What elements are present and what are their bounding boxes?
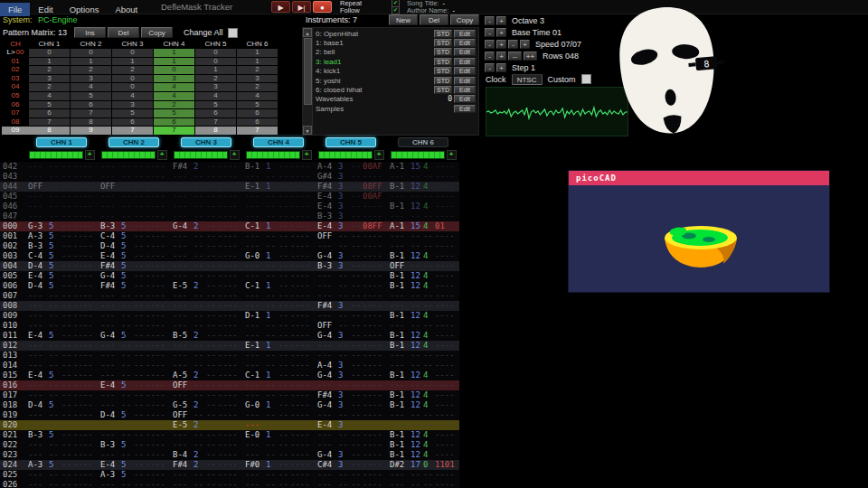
editor-cell[interactable]: ----------- [242, 480, 315, 488]
editor-cell[interactable]: ----------- [387, 361, 459, 371]
editor-cell[interactable]: F#01------ [242, 460, 315, 470]
matrix-row-09[interactable]: 09897787 [2, 127, 278, 135]
editor-cell[interactable]: B-35------ [98, 440, 170, 450]
editor-cell[interactable]: ----------- [242, 301, 315, 311]
editor-row-043[interactable]: 043-------------------------------------… [0, 172, 459, 182]
editor-cell[interactable]: ----------- [315, 480, 387, 488]
matrix-cell[interactable]: 5 [195, 101, 236, 109]
editor-cell[interactable]: E-45------ [98, 460, 170, 470]
editor-cell[interactable]: C-45------ [98, 231, 170, 241]
editor-row-018[interactable]: 018D-45-----------------G-52------G-01--… [0, 400, 459, 410]
editor-cell[interactable]: ----------- [170, 211, 242, 221]
editor-cell[interactable]: E-45------ [98, 380, 170, 390]
matrix-cell[interactable]: 4 [112, 92, 153, 100]
editor-cell[interactable]: B-1124---- [387, 311, 459, 321]
editor-cell[interactable]: ----------- [315, 311, 387, 321]
editor-cell[interactable]: ----------- [25, 311, 98, 321]
editor-cell[interactable]: ----------- [170, 480, 242, 488]
editor-cell[interactable]: ----------- [98, 211, 170, 221]
matrix-cell[interactable]: 0 [112, 75, 153, 83]
editor-cell[interactable]: ----------- [170, 301, 242, 311]
editor-cell[interactable]: ----------- [25, 351, 98, 361]
editor-cell[interactable]: ----------- [170, 311, 242, 321]
editor-cell[interactable]: D-45------ [98, 241, 170, 251]
editor-cell[interactable]: ----------- [170, 341, 242, 351]
editor-cell[interactable]: ----------- [315, 430, 387, 440]
editor-cell[interactable]: ----------- [25, 202, 98, 211]
editor-row-046[interactable]: 046-------------------------------------… [0, 202, 459, 211]
increase-button[interactable]: + [520, 40, 530, 49]
picocad-window[interactable]: picoCAD [568, 170, 830, 293]
editor-cell[interactable]: ----------- [387, 380, 459, 390]
matrix-cell[interactable]: 1 [154, 58, 194, 66]
matrix-row-07[interactable]: 07675566 [2, 109, 278, 117]
menu-item-about[interactable]: About [107, 3, 146, 16]
matrix-cell[interactable]: 1 [154, 49, 194, 57]
editor-cell[interactable]: ----------- [170, 241, 242, 251]
matrix-row-08[interactable]: 08786676 [2, 118, 278, 127]
custom-checkbox[interactable] [581, 74, 591, 84]
editor-cell[interactable]: ----------- [25, 450, 98, 460]
editor-row-023[interactable]: 023----------------------B-42-----------… [0, 450, 459, 460]
editor-cell[interactable]: A-35------ [25, 460, 98, 470]
editor-cell[interactable]: B-1124---- [387, 331, 459, 341]
editor-row-045[interactable]: 045-------------------------------------… [0, 192, 459, 202]
editor-row-003[interactable]: 003C-45------E-45-----------------G-01--… [0, 251, 459, 261]
editor-cell[interactable]: G-45------ [98, 271, 170, 281]
instrument-edit-button[interactable]: Edit [454, 39, 476, 47]
editor-cell[interactable]: ----------- [98, 450, 170, 460]
matrix-cell[interactable]: 7 [112, 127, 153, 135]
matrix-cell[interactable]: 0 [71, 49, 111, 57]
matrix-cell[interactable]: 2 [154, 101, 194, 109]
decrease-button[interactable]: - [485, 63, 495, 72]
matrix-cell[interactable]: 6 [29, 109, 70, 117]
editor-cell[interactable]: ----------- [98, 430, 170, 440]
matrix-cell[interactable]: 3 [71, 75, 111, 83]
matrix-cell[interactable]: 0 [29, 49, 70, 57]
instrument-edit-button[interactable]: Edit [454, 105, 476, 113]
editor-cell[interactable]: A-35------ [25, 231, 98, 241]
editor-cell[interactable]: ----------- [242, 351, 315, 361]
editor-cell[interactable]: OFF-------- [25, 182, 98, 192]
channel-button-1[interactable]: CHN 1 [36, 137, 87, 147]
matrix-cell[interactable]: 8 [29, 127, 70, 135]
editor-cell[interactable]: F#42------ [170, 162, 242, 172]
editor-cell[interactable]: ----------- [170, 291, 242, 301]
editor-cell[interactable]: G-35------ [25, 221, 98, 231]
editor-cell[interactable]: ----------- [315, 470, 387, 480]
editor-cell[interactable]: D-11------ [242, 311, 315, 321]
editor-row-000[interactable]: 000G-35------B-35------G-42------C-11---… [0, 221, 459, 231]
editor-row-047[interactable]: 047-------------------------------------… [0, 211, 459, 221]
instrument-edit-button[interactable]: Edit [454, 67, 476, 75]
editor-cell[interactable]: ----------- [170, 440, 242, 450]
editor-cell[interactable]: ----------- [170, 470, 242, 480]
instrument-edit-button[interactable]: Edit [454, 30, 476, 38]
editor-row-011[interactable]: 011E-45------G-45------B-52-------------… [0, 331, 459, 341]
matrix-copy-button[interactable]: Copy [141, 27, 173, 38]
matrix-cell[interactable]: 5 [112, 109, 153, 117]
decrease-button[interactable]: -- [508, 52, 522, 61]
editor-cell[interactable]: G-42------ [170, 221, 242, 231]
matrix-cell[interactable]: 2 [237, 66, 278, 74]
editor-cell[interactable]: ----------- [98, 361, 170, 371]
instrument-type-button[interactable]: STD [434, 77, 452, 85]
matrix-cell[interactable]: 3 [29, 75, 70, 83]
editor-cell[interactable]: ----------- [242, 390, 315, 400]
channel-expand-button[interactable]: + [302, 150, 312, 160]
matrix-cell[interactable]: 5 [71, 92, 111, 100]
matrix-cell[interactable]: 4 [237, 92, 278, 100]
instrument-type-button[interactable]: STD [434, 58, 452, 66]
editor-cell[interactable]: F#43--08FF [315, 182, 387, 192]
instrument-row[interactable]: 4: kick1STDEdit [313, 67, 477, 76]
editor-row-012[interactable]: 012---------------------------------E-11… [0, 341, 459, 351]
play-button[interactable]: ▶ [271, 1, 290, 13]
instrument-row[interactable]: 2: bellSTDEdit [313, 48, 477, 57]
editor-row-019[interactable]: 019-----------D-45------OFF-------------… [0, 410, 459, 420]
editor-cell[interactable]: ----------- [315, 281, 387, 291]
matrix-cell[interactable]: 0 [195, 58, 236, 66]
editor-cell[interactable]: ----------- [242, 410, 315, 420]
instrument-type-button[interactable]: STD [434, 48, 452, 56]
matrix-cell[interactable]: 5 [29, 101, 70, 109]
matrix-cell[interactable]: 1 [237, 58, 278, 66]
editor-cell[interactable]: B-1124---- [387, 400, 459, 410]
